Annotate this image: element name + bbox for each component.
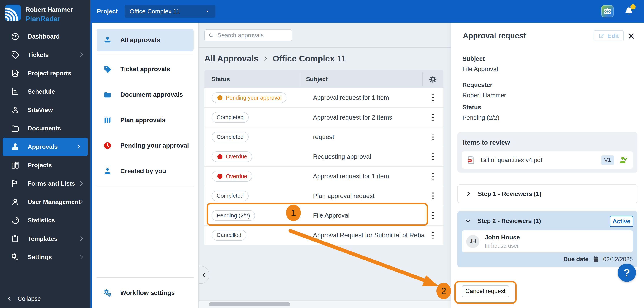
step1-section[interactable]: Step 1 - Reviewers (1) (458, 184, 638, 203)
reviewer-type: In-house user (485, 243, 520, 249)
row-menu-kebab-icon[interactable] (429, 114, 437, 121)
sidebar-item[interactable]: Dashboard (0, 27, 90, 46)
workflow-settings[interactable]: Workflow settings (96, 277, 194, 308)
sidebar-item[interactable]: Forms and Lists (0, 174, 90, 193)
table-row[interactable]: Completed request (204, 127, 444, 147)
table-row[interactable]: Overdue Requesting approval (204, 147, 444, 167)
horizontal-scrollbar-thumb[interactable] (209, 302, 290, 307)
sidebar-item[interactable]: Templates (0, 229, 90, 248)
filter-item[interactable]: All approvals (96, 29, 194, 51)
review-file-row[interactable]: PDF Bill of quantities v4.pdf V1 (462, 151, 633, 168)
table-row[interactable]: Pending your approval Approval request f… (204, 88, 444, 108)
column-divider (422, 72, 423, 86)
search-input[interactable] (217, 32, 288, 39)
status-badge-label: Pending your approval (226, 95, 282, 101)
row-menu-kebab-icon[interactable] (429, 232, 437, 239)
table-row[interactable]: Completed Plan approval request (204, 186, 444, 206)
approvals-filter-sidebar: All approvals Ticket approvals Document … (92, 23, 198, 308)
breadcrumb-current: Office Complex 11 (273, 54, 346, 63)
sidebar-item-label: Approvals (28, 143, 58, 150)
breadcrumb-all-approvals[interactable]: All Approvals (204, 54, 258, 63)
reviewer-name: John House (485, 234, 520, 241)
sidebar-item[interactable]: Project reports (0, 64, 90, 82)
sidebar-accent-strip (90, 0, 92, 308)
status-badge-label: Completed (217, 114, 244, 121)
approvals-icon (11, 142, 20, 151)
version-badge: V1 (601, 155, 614, 165)
forms-icon (11, 179, 20, 188)
schedule-icon (11, 87, 20, 96)
project-selector[interactable]: Office Complex 11 (124, 5, 216, 18)
table-row[interactable]: Overdue Approval request for 1 item (204, 167, 444, 186)
collapse-button[interactable]: Collapse (6, 293, 41, 305)
row-menu-kebab-icon[interactable] (429, 94, 437, 101)
sidebar-item[interactable]: Statistics (0, 211, 90, 229)
table-row[interactable]: Cancelled Approval Request for Submittal… (204, 226, 444, 245)
sidebar-item-label: User Management (28, 198, 80, 205)
filter-item[interactable]: Created by you (92, 158, 198, 184)
row-menu-kebab-icon[interactable] (429, 212, 437, 219)
sidebar-item[interactable]: Settings (0, 248, 90, 266)
column-subject[interactable]: Subject (294, 76, 328, 83)
step2-label: Step 2 - Reviewers (1) (478, 217, 541, 224)
status-badge-label: Completed (217, 134, 244, 140)
sidebar-item[interactable]: Tickets (0, 46, 90, 64)
table-row[interactable]: Pending (2/2) File Approval (204, 206, 444, 226)
filter-item-label: Document approvals (120, 91, 183, 98)
breadcrumb-chevron-icon (262, 55, 269, 62)
row-menu-kebab-icon[interactable] (429, 134, 437, 141)
status-badge: Pending (2/2) (212, 210, 255, 221)
help-button[interactable]: ? (618, 264, 636, 282)
sidebar-item-label: Schedule (28, 88, 55, 95)
sidebar-item[interactable]: SiteView (0, 101, 90, 119)
sidebar-item-label: Project reports (28, 70, 72, 77)
sidebar-item[interactable]: User Management (0, 193, 90, 211)
close-icon[interactable] (628, 32, 635, 40)
filter-item[interactable] (96, 186, 194, 186)
status-badge: Pending your approval (212, 92, 286, 103)
panel-collapse-handle[interactable] (199, 266, 209, 284)
sidebar-item[interactable]: Approvals (3, 138, 88, 156)
chevron-right-icon (466, 191, 471, 197)
header-divider (199, 47, 450, 47)
row-menu-kebab-icon[interactable] (429, 192, 437, 199)
table-settings-gear-icon[interactable] (429, 75, 437, 83)
edit-pencil-icon (598, 33, 605, 39)
sidebar-item[interactable]: Schedule (0, 82, 90, 101)
settings-icon (11, 253, 20, 262)
user-name: Robert Hammer (25, 6, 73, 13)
due-date-value: 02/12/2025 (603, 256, 633, 263)
status-badge: Completed (212, 132, 248, 142)
step2-header[interactable]: Step 2 - Reviewers (1) (465, 211, 541, 230)
column-status[interactable]: Status (204, 76, 294, 83)
approvals-table: Status Subject Pending your approval App… (204, 70, 444, 245)
clock-icon (103, 141, 112, 150)
filter-item[interactable]: Ticket approvals (92, 56, 198, 82)
filter-item[interactable]: Pending your approval (92, 133, 198, 158)
siteview-icon (11, 106, 20, 114)
sidebar-item[interactable]: Projects (0, 156, 90, 174)
row-menu-kebab-icon[interactable] (429, 153, 437, 160)
status-badge: Completed (212, 191, 248, 201)
sidebar-item[interactable]: Documents (0, 119, 90, 138)
brand-block: Robert Hammer PlanRadar (0, 0, 90, 23)
filter-item[interactable] (96, 54, 194, 54)
notifications-bell-icon[interactable] (624, 6, 634, 16)
sidebar-item-label: SiteView (28, 107, 53, 114)
filter-item[interactable]: Document approvals (92, 82, 198, 107)
due-date-row: Due date 02/12/2025 (564, 256, 633, 263)
edit-button[interactable]: Edit (594, 30, 624, 41)
row-menu-kebab-icon[interactable] (429, 173, 437, 180)
app-root: Robert Hammer PlanRadar Dashboard Ticket… (0, 0, 644, 308)
row-subject: Plan approval request (313, 192, 426, 200)
reviewer-card[interactable]: JH John House In-house user (462, 230, 633, 252)
status-badge-label: Cancelled (217, 232, 242, 238)
table-header: Status Subject (204, 70, 444, 88)
filter-item[interactable]: Plan approvals (92, 107, 198, 133)
row-subject: File Approval (313, 212, 426, 219)
cancel-request-button[interactable]: Cancel request (462, 285, 509, 297)
planradar-connect-icon[interactable] (602, 5, 614, 17)
search-box[interactable] (204, 29, 292, 41)
table-row[interactable]: Completed Approval request for 2 items (204, 108, 444, 128)
sidebar-item-label: Statistics (28, 217, 55, 224)
